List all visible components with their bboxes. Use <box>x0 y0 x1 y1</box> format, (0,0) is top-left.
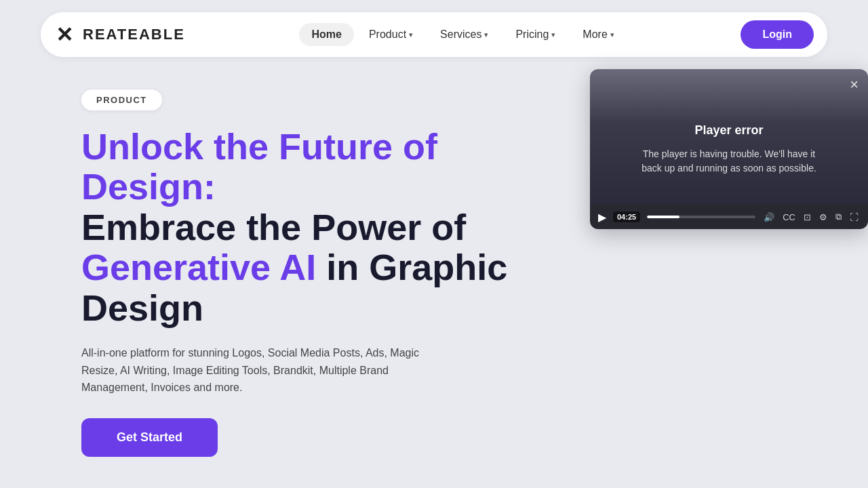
video-player: × Player error The player is having trou… <box>590 69 868 229</box>
video-controls: ▶ 04:25 🔊 CC ⊡ ⚙ ⧉ ⛶ <box>590 205 868 229</box>
video-player-body: × Player error The player is having trou… <box>590 69 868 205</box>
player-error-title: Player error <box>694 123 763 138</box>
video-progress-fill <box>647 216 679 218</box>
video-error-area: Player error The player is having troubl… <box>590 69 868 205</box>
settings-icon[interactable]: ⚙ <box>818 211 829 224</box>
nav-item-product[interactable]: Product ▾ <box>357 23 425 46</box>
nav-more-label: More <box>583 28 607 41</box>
fullscreen-icon[interactable]: ⛶ <box>848 211 860 224</box>
hero-heading: Unlock the Future of Design: Embrace the… <box>81 127 542 328</box>
video-progress-bar[interactable] <box>647 216 755 218</box>
nav-item-services[interactable]: Services ▾ <box>428 23 500 46</box>
logo[interactable]: ✕ REATEABLE <box>54 22 185 47</box>
nav-home-label: Home <box>311 28 341 41</box>
video-ctrl-icons: 🔊 CC ⊡ ⚙ ⧉ ⛶ <box>762 210 860 224</box>
login-button[interactable]: Login <box>741 20 814 49</box>
get-started-button[interactable]: Get Started <box>81 418 218 457</box>
nav-product-label: Product <box>369 28 406 41</box>
player-error-message: The player is having trouble. We'll have… <box>634 147 824 176</box>
more-chevron-icon: ▾ <box>610 30 614 39</box>
hero-heading-line2: Design: <box>81 166 216 207</box>
hero-heading-line3: Embrace the Power of <box>81 207 466 247</box>
pricing-chevron-icon: ▾ <box>551 30 555 39</box>
navbar: ✕ REATEABLE Home Product ▾ Services ▾ Pr… <box>41 12 827 57</box>
pip-icon[interactable]: ⧉ <box>834 210 843 224</box>
nav-pricing-label: Pricing <box>515 28 549 41</box>
hero-description: All-in-one platform for stunning Logos, … <box>81 344 434 396</box>
product-badge: PRODUCT <box>81 89 162 110</box>
video-close-button[interactable]: × <box>850 77 859 92</box>
hero-heading-highlight: Generative AI <box>81 247 316 287</box>
video-timestamp: 04:25 <box>613 211 640 222</box>
bookmark-icon[interactable]: ⊡ <box>802 211 812 224</box>
nav-services-label: Services <box>440 28 481 41</box>
cc-icon[interactable]: CC <box>781 211 797 224</box>
hero-heading-line1: Unlock the Future of <box>81 126 437 167</box>
main-content: PRODUCT Unlock the Future of Design: Emb… <box>0 69 868 457</box>
play-button[interactable]: ▶ <box>598 211 606 224</box>
nav-links: Home Product ▾ Services ▾ Pricing ▾ More… <box>299 23 626 46</box>
svg-text:✕: ✕ <box>56 23 73 46</box>
volume-icon[interactable]: 🔊 <box>762 211 776 224</box>
product-chevron-icon: ▾ <box>409 30 413 39</box>
logo-icon: ✕ <box>54 22 79 47</box>
nav-item-pricing[interactable]: Pricing ▾ <box>503 23 568 46</box>
services-chevron-icon: ▾ <box>484 30 488 39</box>
nav-item-home[interactable]: Home <box>299 23 353 46</box>
nav-item-more[interactable]: More ▾ <box>570 23 626 46</box>
logo-text: REATEABLE <box>83 26 185 43</box>
